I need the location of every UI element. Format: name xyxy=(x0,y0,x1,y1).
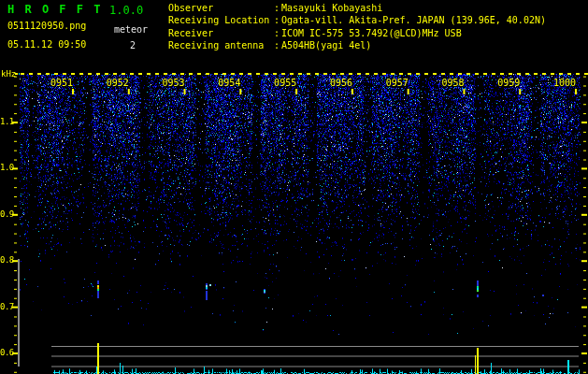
spectrogram-canvas xyxy=(0,0,588,374)
x-tick-label: 0955 xyxy=(274,79,296,88)
info-value: Masayuki Kobayashi xyxy=(281,3,382,15)
app-version: 1.0.0 xyxy=(109,5,143,16)
x-tick-label: 0954 xyxy=(218,79,240,88)
y-tick-label: 1.0 xyxy=(0,164,12,172)
x-tick-label: 0958 xyxy=(441,79,464,88)
y-axis-unit-label: kHz xyxy=(1,70,16,79)
meteor-count: 2 xyxy=(130,41,136,50)
info-separator: : xyxy=(274,40,281,52)
x-tick-label: 0951 xyxy=(50,79,73,88)
info-value: Ogata-vill. Akita-Pref. JAPAN (139.96E, … xyxy=(281,15,546,27)
info-label: Receiving antenna xyxy=(168,40,274,52)
x-tick-label: 0956 xyxy=(330,79,352,88)
y-tick-label: 0.7 xyxy=(0,303,12,311)
info-label: Receiver xyxy=(168,28,274,40)
info-row-observer: Observer : Masayuki Kobayashi xyxy=(168,3,546,15)
x-tick-label: 0952 xyxy=(107,79,129,88)
x-tick-label: 0953 xyxy=(163,79,185,88)
mode-label: meteor xyxy=(114,25,148,35)
x-tick-label: 1000 xyxy=(553,79,576,88)
output-filename: 0511120950.png xyxy=(7,22,86,31)
y-tick-label: 1.1 xyxy=(0,118,12,126)
info-label: Receiving Location xyxy=(168,15,274,27)
info-value: ICOM IC-575 53.7492(@LCD)MHz USB xyxy=(281,28,462,40)
y-tick-label: 0.6 xyxy=(0,349,12,357)
station-info: Observer : Masayuki Kobayashi Receiving … xyxy=(168,3,546,53)
info-separator: : xyxy=(274,28,281,40)
app-title: H R O F F T xyxy=(7,4,102,15)
info-row-receiver: Receiver : ICOM IC-575 53.7492(@LCD)MHz … xyxy=(168,28,546,40)
hrofft-screen: H R O F F T 1.0.0 0511120950.png meteor … xyxy=(0,0,588,374)
x-tick-label: 0959 xyxy=(497,79,520,88)
info-row-location: Receiving Location : Ogata-vill. Akita-P… xyxy=(168,15,546,27)
info-label: Observer xyxy=(168,3,274,15)
info-value: A504HB(yagi 4el) xyxy=(281,40,371,52)
info-separator: : xyxy=(274,3,281,15)
y-tick-label: 0.9 xyxy=(0,210,12,219)
info-row-antenna: Receiving antenna : A504HB(yagi 4el) xyxy=(168,40,546,52)
x-tick-label: 0957 xyxy=(386,79,409,88)
date-time: 05.11.12 09:50 xyxy=(7,40,86,50)
y-tick-label: 0.8 xyxy=(0,256,12,265)
info-separator: : xyxy=(274,15,281,27)
